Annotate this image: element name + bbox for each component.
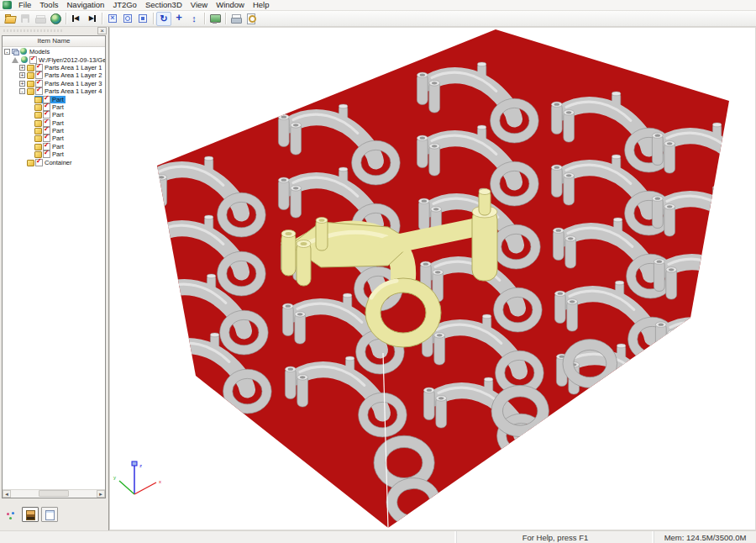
model-tab-icon: [25, 509, 35, 519]
open-button[interactable]: [3, 12, 18, 26]
scroll-left-icon[interactable]: ◄: [3, 490, 11, 498]
menu-help[interactable]: Help: [249, 0, 274, 10]
panel-tabs: [2, 505, 106, 524]
orientation-triad: z y x: [113, 461, 161, 494]
part-icon: [34, 134, 42, 142]
model-tree-tab[interactable]: [22, 507, 39, 522]
print-preview-button[interactable]: [244, 12, 259, 26]
menu-section3d[interactable]: Section3D: [141, 0, 186, 10]
pan-icon: [173, 13, 185, 24]
tree-item[interactable]: +Parts Area 1 Layer 3: [3, 80, 105, 87]
menu-view[interactable]: View: [186, 0, 212, 10]
check-icon: [43, 119, 50, 127]
tree-item-label: Container: [44, 159, 72, 166]
menu-navigation[interactable]: Navigation: [63, 0, 109, 10]
globe-icon: [20, 48, 28, 55]
menu-file[interactable]: File: [14, 0, 35, 10]
tree-item[interactable]: Part: [3, 134, 105, 142]
tree-item[interactable]: +Parts Area 1 Layer 1: [3, 64, 105, 71]
fit-all-button[interactable]: [105, 12, 120, 26]
pan-mode-button[interactable]: [171, 12, 186, 26]
part-icon: [34, 111, 42, 119]
tree-item[interactable]: Part: [3, 95, 105, 103]
panel-titlebar: [0, 27, 108, 35]
tree-item-label: Part: [51, 111, 64, 119]
tree-item-label: Parts Area 1 Layer 3: [44, 80, 102, 87]
check-icon: [43, 150, 50, 158]
scroll-right-icon[interactable]: ►: [97, 490, 105, 498]
loaded-marker-icon: [12, 57, 18, 63]
menu-items: FileToolsNavigationJT2GoSection3DViewWin…: [14, 0, 274, 10]
fullscreen-button[interactable]: [207, 12, 223, 26]
jt2go-web-button[interactable]: [48, 12, 63, 26]
previous-view-button[interactable]: [69, 12, 84, 26]
part-icon: [27, 80, 34, 87]
expander-icon[interactable]: +: [19, 81, 25, 87]
zoom-area-button[interactable]: [135, 12, 150, 26]
notes-tab[interactable]: [41, 507, 58, 522]
save-disk-icon: [19, 13, 31, 24]
expander-icon[interactable]: +: [19, 72, 25, 78]
scrollbar-track[interactable]: [11, 490, 97, 498]
expander-icon[interactable]: -: [19, 88, 25, 94]
tree-item[interactable]: -Models: [3, 48, 105, 55]
status-help-text: For Help, press F1: [456, 531, 654, 543]
print-quick-button[interactable]: [33, 12, 48, 26]
panel-grip[interactable]: [3, 29, 62, 32]
zoom-window-box-icon: [122, 13, 134, 24]
tree-item[interactable]: -Parts Area 1 Layer 4: [3, 87, 105, 95]
tree-item-label: Part: [51, 96, 64, 103]
fit-box-icon: [107, 13, 118, 24]
tree-item[interactable]: W:/Flyer/2012-09-13/Get...: [3, 55, 105, 63]
model-tree-panel: Item Name -ModelsW:/Flyer/2012-09-13/Get…: [0, 27, 109, 530]
toolbar-separator: [204, 13, 205, 24]
viewport-3d-canvas[interactable]: z y x: [109, 27, 756, 530]
horizontal-scrollbar[interactable]: ◄ ►: [3, 489, 105, 498]
close-icon[interactable]: [97, 27, 107, 34]
zoom-window-button[interactable]: [120, 12, 135, 26]
toolbar-separator: [225, 13, 226, 24]
menu-jt2go[interactable]: JT2Go: [108, 0, 141, 10]
tree-item[interactable]: Part: [3, 127, 105, 134]
axis-z-label: z: [139, 463, 142, 468]
part-icon: [34, 127, 42, 134]
expander-icon[interactable]: -: [4, 49, 10, 55]
check-icon: [43, 103, 50, 111]
tree-item-label: Parts Area 1 Layer 4: [44, 87, 102, 95]
toolbar-separator: [153, 13, 154, 24]
viewport-3d[interactable]: z y x: [109, 27, 756, 530]
next-view-button[interactable]: [84, 12, 99, 26]
expander-icon[interactable]: +: [19, 65, 25, 71]
menu-window[interactable]: Window: [212, 0, 249, 10]
tree-item[interactable]: Container: [3, 158, 105, 166]
printer-gray-icon: [34, 13, 46, 24]
menu-tools[interactable]: Tools: [35, 0, 62, 10]
tree-item[interactable]: Part: [3, 150, 105, 158]
tree-item-label: Part: [51, 127, 64, 134]
tree-item[interactable]: Part: [3, 103, 105, 111]
status-left-pane: [0, 531, 456, 543]
tree-item-label: Parts Area 1 Layer 1: [44, 64, 102, 71]
views-palette-button[interactable]: [4, 508, 19, 521]
tree-item[interactable]: Part: [3, 119, 105, 127]
axis-x-label: x: [159, 479, 161, 484]
tree-item[interactable]: +Parts Area 1 Layer 2: [3, 71, 105, 79]
save-button[interactable]: [18, 12, 33, 26]
tree-item[interactable]: Part: [3, 143, 105, 150]
part-icon: [34, 103, 42, 111]
part-icon: [27, 64, 34, 71]
check-icon: [29, 56, 37, 64]
tree-item[interactable]: Part: [3, 111, 105, 119]
tree-item-label: Part: [51, 119, 64, 127]
model-tree: -ModelsW:/Flyer/2012-09-13/Get...+Parts …: [3, 47, 105, 489]
rotate-mode-button[interactable]: [156, 12, 171, 26]
check-icon: [35, 64, 43, 71]
check-icon: [43, 96, 50, 103]
scrollbar-thumb[interactable]: [39, 490, 70, 497]
check-icon: [43, 143, 50, 150]
print-button[interactable]: [228, 12, 244, 26]
app-icon: [12, 48, 19, 55]
zoom-mode-button[interactable]: [186, 12, 202, 26]
monitor-icon: [209, 13, 221, 24]
check-icon: [43, 127, 50, 134]
